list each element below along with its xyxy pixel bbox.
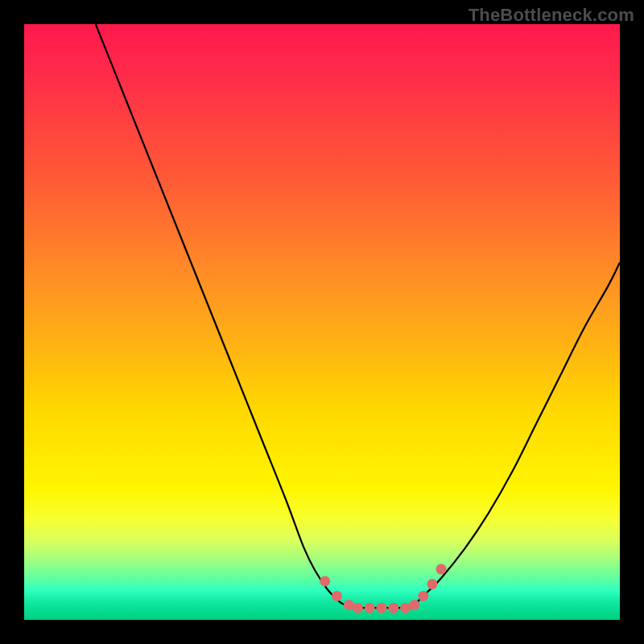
data-point (427, 579, 437, 589)
data-point (388, 603, 398, 613)
data-point (400, 603, 411, 613)
right-curve (411, 262, 620, 608)
chart-frame: TheBottleneck.com (0, 0, 644, 644)
left-curve (96, 24, 352, 608)
data-point (332, 591, 342, 601)
watermark-text: TheBottleneck.com (469, 5, 634, 26)
data-point (353, 603, 363, 613)
data-point (409, 600, 419, 610)
data-point (320, 576, 330, 586)
data-point (436, 564, 447, 575)
data-points (320, 564, 446, 613)
chart-svg (24, 24, 620, 620)
plot-area (24, 24, 620, 620)
data-point (418, 591, 428, 601)
data-point (365, 603, 375, 613)
data-point (344, 600, 354, 610)
data-point (377, 603, 387, 613)
